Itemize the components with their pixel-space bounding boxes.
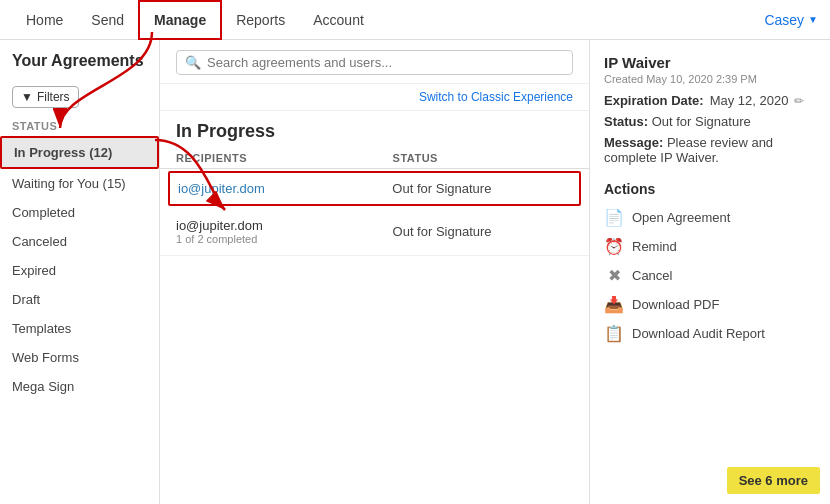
action-download-pdf[interactable]: 📥 Download PDF [604,290,816,319]
action-download-audit[interactable]: 📋 Download Audit Report [604,319,816,348]
cell-status-2: Out for Signature [393,224,573,239]
nav-home[interactable]: Home [12,0,77,40]
sidebar-item-in-progress[interactable]: In Progress (12) [0,136,159,169]
panel-status: Status: Out for Signature [604,114,816,129]
search-icon: 🔍 [185,55,201,70]
sidebar-item-expired[interactable]: Expired [0,256,159,285]
panel-title: IP Waiver [604,54,816,71]
edit-icon[interactable]: ✏ [794,94,804,108]
action-remind[interactable]: ⏰ Remind [604,232,816,261]
filter-row: ▼ Filters [0,82,159,116]
table-row[interactable]: io@jupiter.dom 1 of 2 completed Out for … [160,208,589,256]
filters-button[interactable]: ▼ Filters [12,86,79,108]
sidebar-item-mega-sign[interactable]: Mega Sign [0,372,159,401]
sidebar-item-waiting[interactable]: Waiting for You (15) [0,169,159,198]
table-header: RECIPIENTS STATUS [160,148,589,169]
status-value: Out for Signature [652,114,751,129]
section-title: In Progress [160,111,589,148]
message-label: Message: [604,135,663,150]
sidebar-title: Your Agreements [0,52,159,82]
nav-reports[interactable]: Reports [222,0,299,40]
panel-message: Message: Please review and complete IP W… [604,135,816,165]
action-remind-label: Remind [632,239,677,254]
sidebar-item-canceled[interactable]: Canceled [0,227,159,256]
col-header-recipients: RECIPIENTS [176,152,393,164]
user-dropdown-arrow: ▼ [808,14,818,25]
middle-panel: 🔍 Switch to Classic Experience In Progre… [160,40,590,504]
search-input[interactable] [207,55,564,70]
middle-header: 🔍 [160,40,589,84]
action-download-audit-label: Download Audit Report [632,326,765,341]
see-more-button[interactable]: See 6 more [727,467,820,494]
sidebar: Your Agreements ▼ Filters STATUS In Prog… [0,40,160,504]
switch-banner[interactable]: Switch to Classic Experience [160,84,589,111]
filter-label: Filters [37,90,70,104]
action-download-pdf-label: Download PDF [632,297,719,312]
search-box[interactable]: 🔍 [176,50,573,75]
sidebar-item-completed[interactable]: Completed [0,198,159,227]
cell-recipient-2: io@jupiter.dom 1 of 2 completed [176,218,393,245]
col-header-status: STATUS [393,152,573,164]
action-open-agreement[interactable]: 📄 Open Agreement [604,203,816,232]
action-open-agreement-label: Open Agreement [632,210,730,225]
cell-status: Out for Signature [392,181,571,196]
table-row[interactable]: io@jupiter.dom Out for Signature [168,171,581,206]
download-pdf-icon: 📥 [604,295,624,314]
sidebar-item-templates[interactable]: Templates [0,314,159,343]
filter-icon: ▼ [21,90,33,104]
sidebar-item-draft[interactable]: Draft [0,285,159,314]
download-audit-icon: 📋 [604,324,624,343]
status-label: STATUS [0,116,159,136]
sidebar-item-web-forms[interactable]: Web Forms [0,343,159,372]
action-cancel[interactable]: ✖ Cancel [604,261,816,290]
user-menu[interactable]: Casey ▼ [764,12,818,28]
status-label: Status: [604,114,648,129]
right-panel: IP Waiver Created May 10, 2020 2:39 PM E… [590,40,830,504]
user-name: Casey [764,12,804,28]
cancel-icon: ✖ [604,266,624,285]
nav: Home Send Manage Reports Account [12,0,378,40]
main-layout: Your Agreements ▼ Filters STATUS In Prog… [0,40,830,504]
nav-account[interactable]: Account [299,0,378,40]
table-rows: io@jupiter.dom Out for Signature io@jupi… [160,169,589,504]
open-agreement-icon: 📄 [604,208,624,227]
cell-recipient: io@jupiter.dom [178,181,392,196]
panel-created: Created May 10, 2020 2:39 PM [604,73,816,85]
remind-icon: ⏰ [604,237,624,256]
panel-expiration: Expiration Date: May 12, 2020 ✏ [604,93,816,108]
expiration-value: May 12, 2020 [710,93,789,108]
nav-manage[interactable]: Manage [138,0,222,40]
nav-send[interactable]: Send [77,0,138,40]
action-cancel-label: Cancel [632,268,672,283]
actions-label: Actions [604,181,816,197]
header: Home Send Manage Reports Account Casey ▼ [0,0,830,40]
expiration-label: Expiration Date: [604,93,704,108]
